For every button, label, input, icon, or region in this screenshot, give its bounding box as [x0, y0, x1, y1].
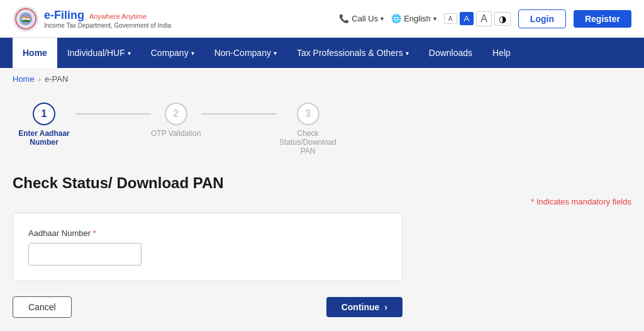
logo-efiling: e-Filing Anywhere Anytime: [44, 9, 171, 22]
font-medium-button[interactable]: A: [460, 12, 474, 25]
breadcrumb: Home › e-PAN: [0, 68, 644, 90]
call-us-chevron-icon: ▾: [380, 15, 384, 22]
step-3-circle: 3: [297, 103, 319, 125]
action-buttons: Cancel Continue ›: [13, 296, 402, 318]
header-right: 📞 Call Us ▾ 🌐 English ▾ A A A ◑ Login Re…: [339, 9, 631, 28]
font-large-button[interactable]: A: [476, 11, 492, 26]
logo-tagline: Anywhere Anytime: [89, 13, 147, 20]
call-us-button[interactable]: 📞 Call Us ▾: [339, 14, 384, 23]
nav-individual-label: Individual/HUF: [67, 48, 125, 58]
nav-individual-chevron-icon: ▾: [128, 50, 131, 57]
breadcrumb-separator: ›: [38, 74, 41, 84]
logo-area: 🇮🇳 e-Filing Anywhere Anytime Income Tax …: [13, 6, 171, 32]
register-button[interactable]: Register: [574, 10, 631, 28]
step-2-label: OTP Validation: [151, 129, 201, 138]
nav-item-individual[interactable]: Individual/HUF ▾: [57, 38, 141, 68]
login-button[interactable]: Login: [518, 9, 566, 28]
continue-label: Continue: [341, 302, 380, 312]
aadhaar-required-marker: *: [93, 228, 96, 238]
nav-downloads-label: Downloads: [429, 48, 472, 58]
logo-subtitle: Income Tax Department, Government of Ind…: [44, 22, 171, 29]
continue-arrow-icon: ›: [384, 302, 387, 312]
cancel-button[interactable]: Cancel: [13, 296, 72, 318]
language-chevron-icon: ▾: [433, 15, 436, 22]
mandatory-note: * Indicates mandatory fields: [13, 197, 631, 206]
nav-item-company[interactable]: Company ▾: [141, 38, 204, 68]
nav-item-downloads[interactable]: Downloads: [419, 38, 482, 68]
language-selector[interactable]: 🌐 English ▾: [391, 14, 436, 23]
page-title: Check Status/ Download PAN: [13, 174, 631, 192]
step-1-circle: 1: [33, 103, 55, 125]
nav-item-non-company[interactable]: Non-Company ▾: [204, 38, 287, 68]
nav-non-company-label: Non-Company: [214, 48, 271, 58]
nav-item-home[interactable]: Home: [13, 38, 57, 68]
step-2-number: 2: [173, 108, 179, 120]
nav-company-label: Company: [151, 48, 189, 58]
nav-item-help[interactable]: Help: [482, 38, 521, 68]
call-us-label: Call Us: [352, 14, 378, 23]
continue-button[interactable]: Continue ›: [326, 297, 402, 317]
header: 🇮🇳 e-Filing Anywhere Anytime Income Tax …: [0, 0, 644, 38]
aadhaar-label: Aadhaar Number *: [28, 228, 387, 238]
step-1-number: 1: [42, 108, 47, 120]
step-3-number: 3: [305, 108, 311, 120]
mandatory-asterisk: *: [531, 197, 534, 206]
font-controls: A A A ◑: [444, 11, 511, 26]
steps-container: 1 Enter Aadhaar Number 2 OTP Validation …: [13, 103, 631, 155]
nav-help-label: Help: [492, 48, 511, 58]
logo-text: e-Filing Anywhere Anytime Income Tax Dep…: [44, 9, 171, 29]
phone-icon: 📞: [339, 14, 349, 23]
contrast-toggle-button[interactable]: ◑: [494, 12, 511, 26]
step-connector-2-3: [201, 113, 277, 115]
nav-tax-professionals-chevron-icon: ▾: [406, 50, 409, 57]
nav-non-company-chevron-icon: ▾: [274, 50, 277, 57]
nav-home-label: Home: [23, 48, 47, 58]
step-3: 3 Check Status/Download PAN: [277, 103, 340, 155]
breadcrumb-home[interactable]: Home: [13, 74, 35, 84]
step-1: 1 Enter Aadhaar Number: [13, 103, 75, 147]
nav-tax-professionals-label: Tax Professionals & Others: [297, 48, 403, 58]
step-3-label: Check Status/Download PAN: [277, 129, 340, 155]
step-connector-1-2: [75, 113, 151, 115]
aadhaar-input[interactable]: [28, 243, 142, 266]
step-2-circle: 2: [165, 103, 187, 125]
mandatory-text: Indicates mandatory fields: [536, 197, 631, 206]
svg-text:🇮🇳: 🇮🇳: [22, 15, 30, 23]
form-card: Aadhaar Number *: [13, 213, 402, 281]
step-2: 2 OTP Validation: [151, 103, 201, 138]
emblem-icon: 🇮🇳: [13, 6, 39, 32]
nav-item-tax-professionals[interactable]: Tax Professionals & Others ▾: [287, 38, 419, 68]
nav-company-chevron-icon: ▾: [191, 50, 194, 57]
main-content: 1 Enter Aadhaar Number 2 OTP Validation …: [0, 90, 644, 331]
step-1-label: Enter Aadhaar Number: [13, 129, 75, 147]
main-nav: Home Individual/HUF ▾ Company ▾ Non-Comp…: [0, 38, 644, 68]
breadcrumb-current: e-PAN: [45, 74, 68, 84]
globe-icon: 🌐: [391, 14, 401, 23]
language-label: English: [404, 14, 431, 23]
font-small-button[interactable]: A: [444, 13, 457, 24]
